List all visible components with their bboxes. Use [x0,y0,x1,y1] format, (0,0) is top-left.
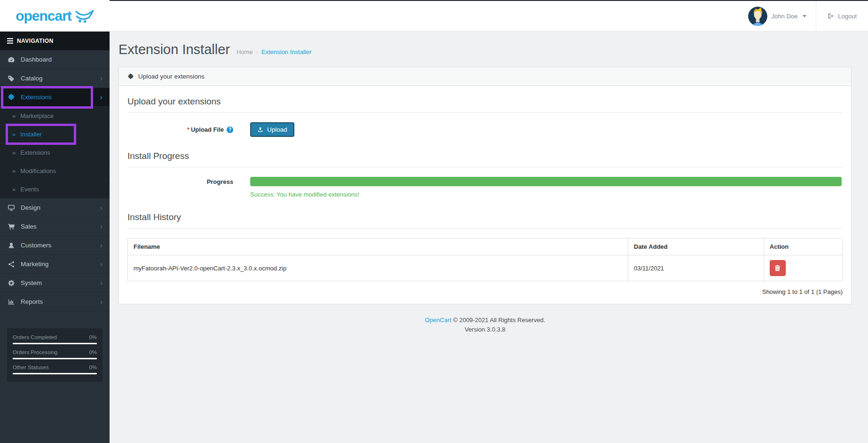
stat-value: 0% [89,334,97,340]
delete-button[interactable] [770,260,786,276]
sidebar-item-customers[interactable]: Customers › [0,236,110,255]
chevron-right-icon: › [100,261,103,268]
puzzle-icon [7,94,15,101]
avatar [748,7,767,26]
monitor-icon [7,204,15,212]
sidebar-item-design[interactable]: Design › [0,198,110,217]
stat-value: 0% [89,349,97,355]
progress-success-message: Success: You have modified extensions! [250,191,842,198]
main-area: John Doe Logout Extension Installer Home… [110,0,868,334]
stat-progress-track [13,358,97,359]
chevron-right-icon: › [100,298,103,306]
trash-icon [774,265,781,271]
upload-section-title: Upload your extensions [127,96,843,113]
double-angle-icon: » [12,186,16,193]
sidebar-item-installer[interactable]: » Installer [0,125,110,143]
gear-icon [7,279,15,287]
opencart-cart-icon [75,9,94,23]
stat-label: Orders Processing [13,349,57,355]
opencart-logo[interactable]: opencart [0,0,110,32]
sidebar: opencart NAVIGATION Dashboard Catalog › [0,0,110,443]
double-angle-icon: » [12,131,16,138]
sidebar-item-modifications[interactable]: » Modifications [0,162,110,180]
progress-label: Progress [127,177,240,185]
extensions-submenu: » Marketplace » Installer » Extensions »… [0,107,110,198]
sidebar-item-system[interactable]: System › [0,274,110,293]
caret-down-icon [803,15,806,17]
stat-label: Orders Completed [13,334,57,340]
upload-file-label: *Upload File? [127,126,240,133]
user-name: John Doe [772,13,798,20]
sidebar-item-marketplace[interactable]: » Marketplace [0,107,110,125]
user-menu[interactable]: John Doe [739,1,816,31]
stat-progress-track [13,343,97,344]
cell-filename: myFatoorah-API-Ver2.0-openCart-2.3.x_3.0… [128,255,628,281]
breadcrumb: Home › Extension Installer [237,48,311,55]
install-history-table: Filename Date Added Action myFatoorah-AP… [127,238,843,281]
sidebar-stats-panel: Orders Completed 0% Orders Processing 0%… [7,328,103,382]
stat-orders-completed: Orders Completed 0% [13,334,97,344]
logout-icon [828,13,834,19]
chevron-right-icon: › [100,223,103,230]
upload-button[interactable]: Upload [250,122,294,137]
breadcrumb-separator: › [256,48,258,55]
logout-button[interactable]: Logout [816,1,868,31]
column-header-filename: Filename [128,238,628,255]
sidebar-item-reports[interactable]: Reports › [0,293,110,311]
chevron-right-icon: › [100,242,103,249]
opencart-logo-text: opencart [16,8,71,24]
footer: OpenCart © 2009-2021 All Rights Reserved… [118,316,852,334]
page-content: Extension Installer Home › Extension Ins… [110,32,868,334]
page-title: Extension Installer [118,42,230,57]
share-icon [7,261,15,268]
dashboard-icon [7,56,15,63]
help-icon[interactable]: ? [227,127,233,133]
column-header-action: Action [764,238,842,255]
bar-chart-icon [7,298,15,306]
breadcrumb-home[interactable]: Home [237,48,253,55]
hamburger-icon [7,38,13,44]
sidebar-item-events[interactable]: » Events [0,180,110,198]
breadcrumb-current[interactable]: Extension Installer [261,48,311,55]
table-header-row: Filename Date Added Action [128,238,843,255]
double-angle-icon: » [12,149,16,156]
chevron-right-icon: › [100,94,103,101]
chevron-right-icon: › [100,279,103,287]
chevron-right-icon: › [100,204,103,212]
stat-progress-track [13,373,97,374]
sidebar-item-marketing[interactable]: Marketing › [0,255,110,274]
upload-file-row: *Upload File? Upload [127,122,843,137]
upload-icon [257,127,263,133]
top-header: John Doe Logout [110,0,868,32]
sidebar-item-extensions[interactable]: Extensions › [0,88,110,107]
pagination-summary: Showing 1 to 1 of 1 (1 Pages) [127,288,843,295]
panel-heading: Upload your extensions [119,67,851,86]
double-angle-icon: » [12,112,16,119]
sidebar-item-extensions-sub[interactable]: » Extensions [0,143,110,162]
footer-version: Version 3.0.3.8 [118,325,852,334]
footer-opencart-link[interactable]: OpenCart [425,316,451,324]
sidebar-item-catalog[interactable]: Catalog › [0,69,110,88]
stat-label: Other Statuses [13,364,49,370]
progress-section-title: Install Progress [127,151,843,167]
sidebar-item-sales[interactable]: Sales › [0,217,110,236]
sidebar-item-dashboard[interactable]: Dashboard [0,50,110,69]
footer-copyright: © 2009-2021 All Rights Reserved. [453,316,545,324]
required-asterisk: * [187,126,189,133]
stat-other-statuses: Other Statuses 0% [13,364,97,374]
double-angle-icon: » [12,167,16,174]
progress-row: Progress Success: You have modified exte… [127,177,843,198]
progress-bar [250,177,842,186]
tags-icon [7,75,15,82]
column-header-date-added: Date Added [628,238,764,255]
stat-value: 0% [89,364,97,370]
stat-orders-processing: Orders Processing 0% [13,349,97,359]
user-icon [7,242,15,249]
cell-date-added: 03/11/2021 [628,255,764,281]
chevron-right-icon: › [100,75,103,82]
history-section-title: Install History [127,212,843,229]
progress-bar-fill [250,177,842,186]
table-row: myFatoorah-API-Ver2.0-openCart-2.3.x_3.0… [128,255,843,281]
cart-icon [7,223,15,230]
puzzle-icon [127,73,134,80]
